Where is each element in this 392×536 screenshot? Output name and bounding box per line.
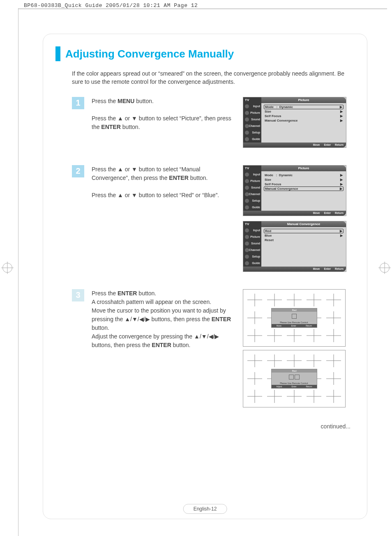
osd-manualconv: TV Manual Convergence Input Picture Soun…	[243, 221, 346, 272]
step-2: 2 Press the ▲ or ▼ button to select “Man…	[72, 165, 355, 277]
step-2-line2: Press the ▲ or ▼ button to select “Red” …	[92, 192, 219, 198]
title-accent	[55, 46, 60, 61]
step-number-1: 1	[72, 97, 84, 109]
osd-side-input: Input	[243, 103, 261, 110]
intro-paragraph: If the color appears spread out or “smea…	[72, 69, 355, 86]
osd-row-mode: Mode : Dynamic▶	[264, 105, 344, 109]
crosshatch-1-overlay: Red Please Use Remote Control. MoveEnter…	[271, 308, 317, 328]
step-1: 1 Press the MENU button. Press the ▲ or …	[72, 97, 355, 153]
osd-row-size: Size▶	[264, 109, 344, 114]
osd-picture-2: TV Picture Input Picture Sound Channel S…	[243, 165, 346, 216]
continued-label: continued...	[55, 423, 350, 430]
step-2-screens: TV Picture Input Picture Sound Channel S…	[243, 165, 346, 277]
top-rule	[18, 9, 387, 9]
osd-row-reset: Reset	[264, 238, 344, 242]
osd-tv-label: TV	[243, 97, 261, 103]
osd-row-selffocus: Self Focus▶	[264, 114, 344, 118]
crosshatch-2: Red Please Use Remote Control. AdjustEnt…	[243, 350, 346, 407]
header-meta: BP68-00383B_Quick Guide 2005/01/28 10:21…	[0, 0, 392, 9]
osd-side-channel: Channel	[243, 123, 261, 129]
registration-mark-left	[2, 263, 12, 273]
page-title: Adjusting Convergence Manually	[65, 48, 234, 60]
osd-row-red: Red▶	[264, 229, 344, 233]
step-1-line2: Press the ▲ or ▼ button to select “Pictu…	[92, 115, 231, 130]
osd-side-picture: Picture	[243, 110, 261, 116]
step-number-3: 3	[72, 289, 84, 301]
osd-side-sound: Sound	[243, 116, 261, 123]
step-3-screens: Red Please Use Remote Control. MoveEnter…	[243, 289, 346, 411]
osd-side-setup: Setup	[243, 129, 261, 136]
step-1-screens: TV Picture Input Picture Sound Channel S…	[243, 97, 346, 153]
osd-sidebar: Input Picture Sound Channel Setup Guide	[243, 103, 261, 143]
document-page: BP68-00383B_Quick Guide 2005/01/28 10:21…	[0, 0, 392, 536]
step-3-body: Press the ENTER button. A crosshatch pat…	[92, 289, 235, 350]
osd-main: Mode : Dynamic▶ Size▶ Self Focus▶ Manual…	[261, 103, 346, 143]
osd-title: Picture	[261, 97, 346, 103]
title-row: Adjusting Convergence Manually	[55, 46, 355, 61]
registration-mark-right	[380, 263, 390, 273]
osd-footer: MoveEnterReturn	[243, 143, 346, 147]
step-2-body: Press the ▲ or ▼ button to select “Manua…	[92, 165, 235, 200]
step-3: 3 Press the ENTER button. A crosshatch p…	[72, 289, 355, 411]
crosshatch-1: Red Please Use Remote Control. MoveEnter…	[243, 289, 346, 347]
osd-picture-1: TV Picture Input Picture Sound Channel S…	[243, 97, 346, 148]
vertical-margin-line	[18, 8, 18, 536]
step-1-line1: Press the MENU button.	[92, 98, 154, 104]
osd-side-guide: Guide	[243, 136, 261, 143]
crosshatch-2-overlay: Red Please Use Remote Control. AdjustEnt…	[271, 369, 317, 389]
step-1-body: Press the MENU button. Press the ▲ or ▼ …	[92, 97, 235, 131]
content-card: Adjusting Convergence Manually If the co…	[43, 34, 367, 519]
step-3-text: Press the ENTER button. A crosshatch pat…	[92, 290, 231, 348]
osd-row-manualconv: Manual Convergence▶	[264, 118, 344, 123]
step-number-2: 2	[72, 165, 84, 177]
osd-row-blue: Blue▶	[264, 233, 344, 238]
page-number: English-12	[183, 504, 227, 514]
step-2-line1: Press the ▲ or ▼ button to select “Manua…	[92, 166, 208, 181]
